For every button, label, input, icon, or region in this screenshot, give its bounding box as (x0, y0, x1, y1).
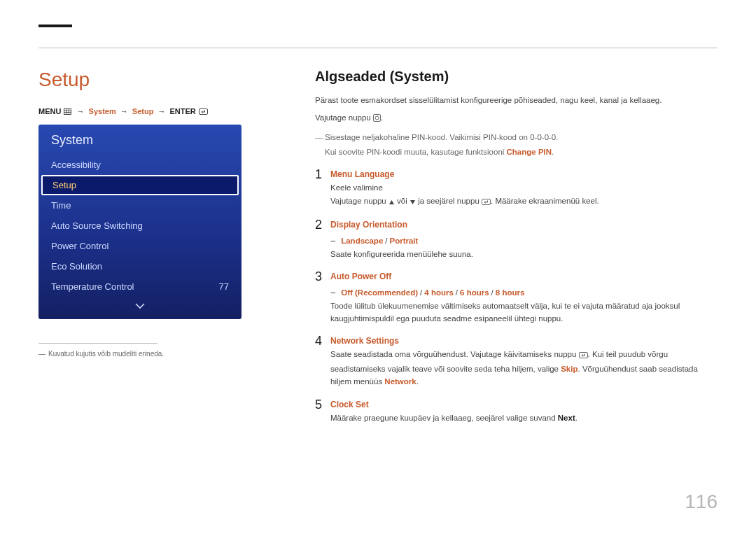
footnote-divider (38, 343, 158, 344)
t: ja seejärel nuppu (416, 197, 482, 205)
osd-item-eco-solution[interactable]: Eco Solution (38, 256, 241, 276)
osd-item-label: Accessibility (51, 160, 101, 170)
pin-note-text: Sisestage neljakohaline PIN-kood. Vaikim… (325, 133, 558, 141)
network-label: Network (384, 377, 416, 386)
osd-header: System (38, 125, 241, 155)
t: või (395, 197, 410, 205)
svg-point-7 (375, 116, 379, 120)
osd-item-setup[interactable]: Setup (41, 175, 239, 195)
steps-list: 1 Menu Language Keele valimine Vajutage … (315, 168, 718, 424)
opt: Off (Recommended) (341, 288, 418, 297)
svg-rect-9 (579, 353, 587, 358)
step-title: Display Orientation (330, 218, 718, 232)
enter-icon (482, 196, 491, 209)
triangle-up-icon (388, 196, 395, 209)
change-pin-note: Kui soovite PIN-koodi muuta, kasutage fu… (315, 146, 718, 158)
t: . Määrake ekraanimenüü keel. (491, 197, 599, 205)
breadcrumb-system: System (89, 107, 116, 115)
press-button-line: Vajutage nuppu . (315, 112, 718, 125)
step-text: Määrake praegune kuupäev ja kellaaeg, se… (330, 412, 718, 424)
svg-rect-5 (199, 109, 207, 115)
t: Määrake praegune kuupäev ja kellaaeg, se… (330, 414, 558, 422)
top-rule (38, 48, 718, 48)
step-options: ‒ Landscape/Portrait (330, 234, 718, 247)
triangle-down-icon (410, 196, 416, 209)
step-body: Display Orientation ‒ Landscape/Portrait… (330, 218, 718, 260)
enter-icon (199, 108, 208, 116)
osd-item-label: Setup (52, 180, 76, 190)
step-text-2: Vajutage nuppu või ja seejärel nuppu . M… (330, 195, 718, 209)
change-pin-label: Change PIN (507, 148, 552, 156)
step-number: 4 (315, 335, 330, 349)
chevron-down-icon (134, 302, 146, 309)
press-prefix: Vajutage nuppu (315, 113, 373, 122)
osd-scroll-down[interactable] (38, 297, 241, 312)
step-options: ‒ Off (Recommended)/4 hours/6 hours/8 ho… (330, 286, 718, 299)
osd-item-label: Time (51, 200, 71, 211)
osd-item-label: Temperature Control (51, 281, 134, 292)
next-label: Next (558, 414, 575, 422)
osd-item-time[interactable]: Time (38, 195, 241, 216)
arrow-icon: → (120, 107, 128, 115)
step-5: 5 Clock Set Määrake praegune kuupäev ja … (315, 398, 718, 425)
step-body: Menu Language Keele valimine Vajutage nu… (330, 168, 718, 209)
opt: 8 hours (496, 288, 525, 297)
osd-item-label: Auto Source Switching (51, 220, 143, 231)
t: . (575, 414, 578, 422)
content-column: Algseaded (System) Pärast toote esmakord… (315, 69, 718, 434)
breadcrumb-menu: MENU (38, 107, 61, 115)
arrow-icon: → (158, 107, 165, 115)
page-number: 116 (685, 491, 718, 513)
opt: 6 hours (460, 288, 489, 297)
svg-rect-6 (373, 115, 380, 122)
step-3: 3 Auto Power Off ‒ Off (Recommended)/4 h… (315, 270, 718, 325)
step-text: Saate konfigureerida menüülehe suuna. (330, 248, 718, 260)
osd-item-temperature[interactable]: Temperature Control 77 (38, 276, 241, 297)
menu-grid-icon (64, 108, 71, 116)
arrow-icon: → (77, 107, 85, 115)
osd-item-auto-source[interactable]: Auto Source Switching (38, 216, 241, 236)
step-2: 2 Display Orientation ‒ Landscape/Portra… (315, 218, 718, 260)
step-body: Network Settings Saate seadistada oma võ… (330, 335, 718, 388)
circle-button-icon (373, 113, 381, 125)
step-title: Network Settings (330, 335, 718, 348)
change-pin-c: . (552, 148, 554, 156)
step-4: 4 Network Settings Saate seadistada oma … (315, 335, 718, 388)
pin-note: ―Sisestage neljakohaline PIN-kood. Vaiki… (315, 132, 718, 143)
section-heading: Algseaded (System) (315, 69, 718, 85)
skip-label: Skip (561, 365, 578, 373)
breadcrumb-setup: Setup (132, 107, 154, 115)
osd-item-accessibility[interactable]: Accessibility (38, 155, 241, 175)
osd-item-label: Eco Solution (51, 261, 102, 272)
step-body: Auto Power Off ‒ Off (Recommended)/4 hou… (330, 270, 718, 325)
step-number: 2 (315, 218, 330, 232)
step-number: 5 (315, 398, 330, 412)
page-accent-bar (38, 24, 72, 27)
step-title: Menu Language (330, 168, 718, 181)
press-suffix: . (381, 113, 383, 122)
breadcrumb: MENU → System → Setup → ENTER (38, 107, 209, 116)
svg-rect-8 (482, 199, 491, 204)
step-text: Saate seadistada oma võrguühendust. Vaju… (330, 348, 718, 388)
step-number: 3 (315, 270, 330, 284)
step-text: Toode lülitub ülekuumenemise vältimiseks… (330, 300, 718, 325)
opt: Landscape (341, 237, 383, 245)
footnote: ―Kuvatud kujutis võib mudeliti erineda. (38, 350, 164, 358)
osd-menu-panel: System Accessibility Setup Time Auto Sou… (38, 125, 241, 319)
enter-icon (579, 349, 588, 362)
t: Saate seadistada oma võrguühendust. Vaju… (330, 350, 579, 358)
svg-rect-0 (64, 109, 71, 115)
change-pin-a: Kui soovite PIN-koodi muuta, kasutage fu… (325, 148, 507, 156)
opt: 4 hours (424, 288, 454, 297)
osd-item-power-control[interactable]: Power Control (38, 236, 241, 256)
step-title: Auto Power Off (330, 270, 718, 283)
osd-item-label: Power Control (51, 241, 108, 251)
osd-item-value: 77 (219, 281, 229, 292)
step-body: Clock Set Määrake praegune kuupäev ja ke… (330, 398, 718, 425)
step-number: 1 (315, 168, 330, 182)
footnote-text: Kuvatud kujutis võib mudeliti erineda. (48, 350, 164, 358)
t: Vajutage nuppu (330, 197, 388, 205)
section-intro: Pärast toote esmakordset sisselülitamist… (315, 94, 718, 106)
page-title: Setup (38, 69, 90, 91)
opt: Portrait (389, 237, 418, 245)
